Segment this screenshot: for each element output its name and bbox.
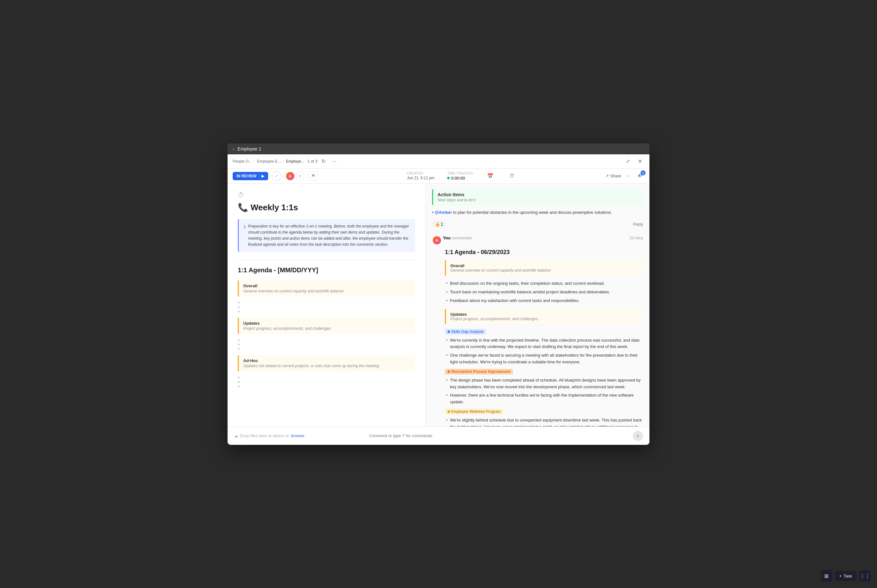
refresh-button[interactable]: ↻ (319, 157, 328, 166)
created-block: CREATED Jun 21, 6:11 pm (407, 172, 434, 180)
info-icon: ℹ (244, 224, 246, 248)
agenda-date-title: 1:1 Agenda - 06/29/2023 (445, 249, 643, 256)
tag2-block: Recruitment Process Improvement The desi… (445, 369, 643, 405)
avatar-user1: A (285, 171, 295, 181)
taskbar: ⊞ + Task ⋮⋮ (821, 570, 871, 582)
adhoc-bullets (238, 376, 415, 387)
comment-overall-section: Overall General overview on current capa… (445, 260, 643, 276)
breadcrumb-bar: People O... › Employee E... › Employe...… (228, 154, 649, 169)
browse-link[interactable]: browse (291, 434, 304, 438)
share-label: Share (610, 174, 621, 178)
action-item-text: • @Amber to plan for potential obstacles… (432, 209, 643, 216)
send-button[interactable]: ➤ (633, 431, 643, 441)
tag-recruitment: Recruitment Process Improvement (445, 369, 513, 375)
action-items-subtitle: Next steps and to-do's (438, 198, 639, 202)
bullet-4 (238, 339, 240, 341)
share-icon: ↗ (605, 174, 609, 178)
add-assignee-button[interactable]: + (295, 172, 304, 180)
reply-button[interactable]: Reply (633, 222, 643, 226)
notification-badge: 1 (640, 170, 646, 176)
tag2-bullet-1: The design phase has been completed ahea… (445, 377, 643, 390)
agenda-overall-title: Overall (243, 284, 411, 288)
grid-icon-btn[interactable]: ⊞ (821, 570, 832, 582)
comment-input[interactable] (369, 434, 627, 438)
comment-time: 23 mins (630, 236, 643, 240)
thumbs-up-reaction[interactable]: 👍 1 (432, 221, 446, 228)
time-tracked-label: TIME TRACKED (447, 172, 473, 175)
breadcrumb-item-3[interactable]: Employe... (286, 159, 304, 164)
comment-updates-sub: Project progress, accomplishments, and c… (450, 317, 639, 321)
assignee-placeholder[interactable]: ⚑ (309, 171, 318, 181)
info-box: ℹ Preparation is key for an effective 1-… (238, 219, 415, 252)
bullet-9 (238, 386, 240, 387)
breadcrumb-sep-2: › (283, 159, 284, 164)
time-tracked-block: TIME TRACKED 0:00:00 (447, 172, 473, 180)
overall-bullets: Brief discussion on the ongoing tasks, t… (445, 280, 643, 304)
agenda-updates-title: Updates (243, 321, 411, 326)
breadcrumb-item-2[interactable]: Employee E... (257, 159, 281, 164)
close-button[interactable]: ✕ (636, 157, 644, 166)
tag3-block: Employee Wellness Program We're slightly… (445, 409, 643, 426)
bullet-8 (238, 381, 240, 383)
meta-info: CREATED Jun 21, 6:11 pm TIME TRACKED 0:0… (400, 172, 523, 180)
doc-title: 📞 Weekly 1:1s (238, 202, 415, 213)
plus-icon: + (839, 574, 842, 578)
created-label: CREATED (407, 172, 434, 175)
apps-icon-btn[interactable]: ⋮⋮ (859, 570, 871, 582)
breadcrumb-sep-1: › (254, 159, 255, 164)
comment-updates-section: Updates Project progress, accomplishment… (445, 309, 643, 324)
action-items-header: Action Items Next steps and to-do's (432, 189, 643, 206)
agenda-overall-subtitle: General overview on current capacity and… (243, 289, 411, 293)
section-divider (238, 260, 415, 260)
more-menu-button[interactable]: ··· (624, 172, 633, 180)
action-items-block: Action Items Next steps and to-do's • @A… (432, 189, 643, 228)
timer-icon-btn[interactable]: ⏱ (508, 172, 516, 180)
bullet-1 (238, 302, 240, 304)
breadcrumb-item-1[interactable]: People O... (233, 159, 252, 164)
modal-title-bar: ‹ Employee 1 (228, 144, 649, 154)
agenda-title: 1:1 Agenda - [MM/DD/YYY] (238, 267, 415, 274)
status-label: IN REVIEW (237, 174, 259, 178)
doc-type-icon: ⏱ (238, 191, 415, 199)
bullet-6 (238, 348, 240, 350)
content-area: ⏱ 📞 Weekly 1:1s ℹ Preparation is key for… (228, 184, 649, 427)
phone-icon: 📞 (238, 202, 248, 213)
overall-bullet-2: Touch base on maintaining work/life bala… (445, 289, 643, 296)
main-comment-block: A You commented 23 mins 1:1 Agenda - 06/… (432, 236, 643, 426)
modal-back-icon[interactable]: ‹ (233, 146, 234, 152)
recording-dot (447, 177, 450, 179)
tag-wellness: Employee Wellness Program (445, 409, 504, 414)
more-options-button[interactable]: ··· (330, 157, 339, 166)
action-items-title: Action Items (438, 192, 639, 197)
created-value: Jun 21, 6:11 pm (407, 176, 434, 180)
updates-bullets (238, 339, 415, 350)
tag1-bullet-1: We're currently in line with the project… (445, 337, 643, 351)
tag2-label: Recruitment Process Improvement (451, 369, 510, 374)
avatar-group: A + (285, 171, 304, 181)
complete-button[interactable]: ✓ (272, 171, 282, 181)
tag-skills-gap: Skills Gap Analysis (445, 329, 486, 334)
mention-amber: @Amber (435, 210, 452, 215)
add-task-button[interactable]: + Task (835, 571, 856, 581)
status-arrow-icon: ▶ (259, 174, 264, 178)
agenda-adhoc-title: Ad-Hoc (243, 358, 411, 363)
status-button[interactable]: IN REVIEW ▶ (233, 172, 268, 180)
commenter-avatar: A (432, 236, 442, 245)
agenda-section-updates: Updates Project progress, accomplishment… (238, 318, 415, 334)
share-button[interactable]: ↗ Share (605, 174, 621, 178)
comment-overall-sub: General overview on current capacity and… (450, 268, 639, 273)
comment-overall-title: Overall (450, 263, 639, 268)
bullet-5 (238, 344, 240, 345)
bullet-2 (238, 306, 240, 308)
attach-text: Drop files here to attach or (240, 434, 289, 438)
expand-button[interactable]: ⤢ (623, 157, 632, 166)
doc-panel: ⏱ 📞 Weekly 1:1s ℹ Preparation is key for… (228, 184, 426, 427)
comment-content: 1:1 Agenda - 06/29/2023 Overall General … (432, 249, 643, 426)
comment-author-row: You commented 23 mins (443, 236, 643, 240)
calendar-icon-btn[interactable]: 📅 (486, 172, 495, 180)
agenda-updates-subtitle: Project progress, accomplishments, and c… (243, 326, 411, 331)
nav-of: of (311, 159, 314, 164)
attach-area: ☁ Drop files here to attach or browse (234, 434, 363, 438)
reaction-bar: 👍 1 Reply (432, 219, 643, 228)
tag3-label: Employee Wellness Program (451, 410, 501, 414)
